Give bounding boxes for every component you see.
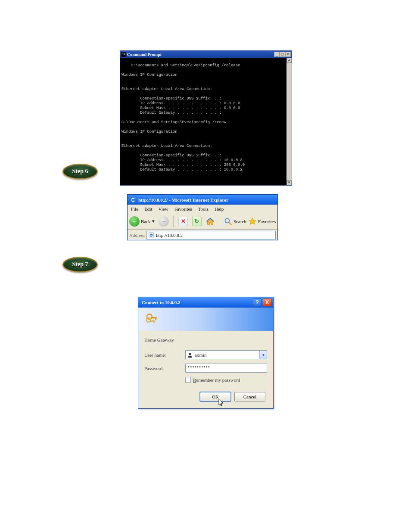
back-label: Back: [141, 219, 151, 224]
ie-window: http://10.0.0.2/ - Microsoft Internet Ex…: [127, 194, 278, 240]
auth-dialog: Connect to 10.0.0.2 ? X Home Gateway Use…: [138, 297, 274, 409]
menu-edit[interactable]: Edit: [144, 206, 152, 212]
forward-button[interactable]: →: [158, 215, 170, 227]
back-icon: ←: [129, 216, 140, 227]
search-button[interactable]: Search: [224, 217, 246, 226]
back-dropdown-icon[interactable]: ▾: [152, 218, 155, 224]
address-label: Address: [129, 233, 145, 238]
ok-button[interactable]: OK: [200, 392, 231, 401]
scroll-up-button[interactable]: ▲: [286, 58, 292, 63]
command-prompt-window: CN Command Prompt _ □ × C:\Documents and…: [120, 50, 292, 186]
checkbox-box[interactable]: [185, 377, 191, 383]
user-icon: [187, 352, 193, 358]
menu-tools[interactable]: Tools: [198, 206, 209, 212]
address-text: http://10.0.0.2: [156, 233, 183, 238]
step-7-badge: Step 7: [62, 257, 98, 272]
back-button[interactable]: ← Back ▾: [129, 216, 156, 227]
address-input[interactable]: http://10.0.0.2: [146, 231, 276, 240]
menu-favorites[interactable]: Favorites: [174, 206, 192, 212]
svg-rect-8: [156, 318, 157, 320]
svg-rect-5: [150, 235, 152, 236]
auth-realm: Home Gateway: [144, 337, 267, 342]
home-button[interactable]: [204, 215, 216, 227]
svg-point-12: [189, 353, 191, 355]
forward-icon: →: [159, 216, 169, 227]
cmd-output: C:\Documents and Settings\Eve>ipconfig /…: [120, 58, 292, 185]
username-dropdown-icon[interactable]: ▾: [259, 351, 267, 359]
help-button[interactable]: ?: [253, 299, 262, 306]
minimize-button[interactable]: _: [274, 52, 280, 57]
cmd-text: C:\Documents and Settings\Eve>ipconfig /…: [121, 63, 245, 172]
cmd-titlebar[interactable]: CN Command Prompt _ □ ×: [120, 51, 292, 58]
search-label: Search: [234, 219, 246, 224]
step-6-badge: Step 6: [62, 164, 98, 179]
menu-view[interactable]: View: [158, 206, 168, 212]
cmd-icon: CN: [121, 52, 126, 57]
ie-toolbar: ← Back ▾ → ✕ ↻ Search: [128, 213, 277, 230]
cmd-scrollbar[interactable]: ▲ ▼: [286, 58, 292, 185]
cmd-title-text: Command Prompt: [127, 52, 162, 57]
password-label: Password:: [144, 366, 185, 371]
stop-icon: ✕: [178, 217, 188, 226]
refresh-icon: ↻: [192, 217, 202, 226]
ie-titlebar[interactable]: http://10.0.0.2/ - Microsoft Internet Ex…: [128, 195, 277, 205]
page-icon: [148, 232, 154, 238]
auth-banner: [138, 308, 273, 331]
menu-help[interactable]: Help: [215, 206, 224, 212]
username-value: admin: [195, 352, 207, 358]
menu-file[interactable]: File: [131, 206, 138, 212]
auth-body: Home Gateway User name: admin ▾ Password…: [138, 331, 273, 408]
star-icon: [248, 217, 257, 226]
svg-line-2: [229, 222, 231, 224]
toolbar-separator: [220, 216, 220, 227]
username-label: User name:: [144, 352, 185, 358]
close-button[interactable]: X: [263, 299, 271, 306]
stop-button[interactable]: ✕: [177, 215, 189, 227]
svg-rect-11: [153, 321, 155, 323]
keys-icon: [144, 312, 159, 327]
ie-menubar[interactable]: File Edit View Favorites Tools Help: [128, 205, 277, 213]
refresh-button[interactable]: ↻: [191, 215, 203, 227]
maximize-button[interactable]: □: [280, 52, 285, 57]
auth-titlebar[interactable]: Connect to 10.0.0.2 ? X: [138, 297, 273, 308]
remember-label: Remember my password: [193, 377, 240, 383]
close-button[interactable]: ×: [285, 52, 291, 57]
favorites-button[interactable]: Favorites: [248, 217, 276, 226]
ie-logo-icon: [130, 197, 136, 203]
scroll-down-button[interactable]: ▼: [286, 180, 292, 185]
auth-title-text: Connect to 10.0.0.2: [142, 300, 181, 305]
remember-password-checkbox[interactable]: Remember my password: [185, 377, 267, 383]
home-icon: [206, 217, 215, 226]
ie-address-bar: Address http://10.0.0.2: [128, 230, 277, 240]
search-icon: [224, 217, 232, 226]
cancel-button[interactable]: Cancel: [234, 392, 265, 401]
username-input[interactable]: admin ▾: [185, 350, 267, 359]
ie-title-text: http://10.0.0.2/ - Microsoft Internet Ex…: [138, 197, 228, 202]
favorites-label: Favorites: [258, 219, 276, 224]
password-input[interactable]: ••••••••••: [185, 364, 267, 373]
toolbar-separator: [173, 216, 174, 227]
password-value: ••••••••••: [188, 364, 210, 370]
